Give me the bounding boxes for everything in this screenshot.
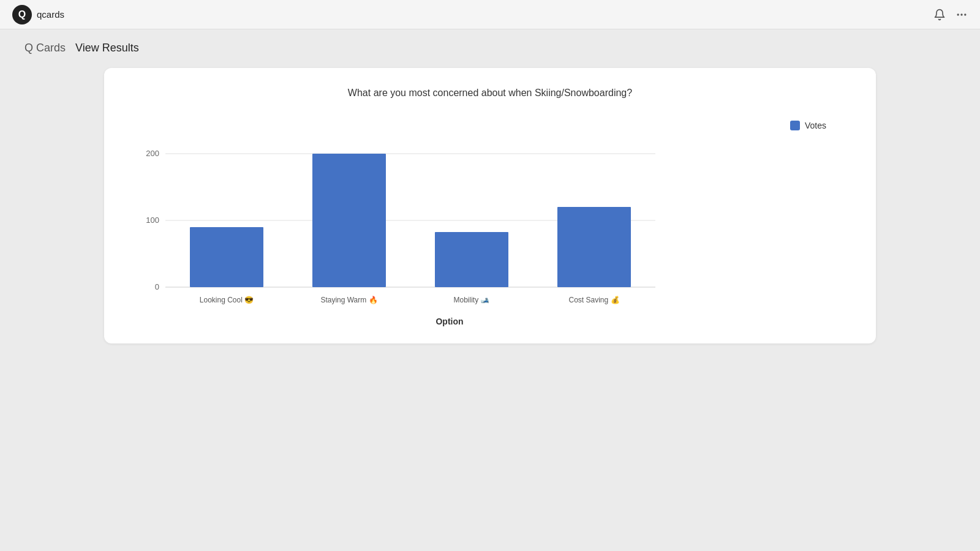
svg-point-1 — [957, 13, 959, 15]
topbar: Q qcards — [0, 0, 980, 29]
chart-area: 200 100 0 Looking Cool 😎 — [129, 116, 851, 326]
breadcrumb-parent[interactable]: Q Cards — [24, 42, 66, 54]
bar-chart-svg: 200 100 0 Looking Cool 😎 — [129, 116, 680, 312]
svg-text:0: 0 — [155, 282, 159, 291]
bar-staying-warm — [312, 154, 386, 287]
svg-text:100: 100 — [146, 216, 159, 225]
x-axis-label: Option — [129, 317, 771, 326]
x-label-staying-warm: Staying Warm 🔥 — [320, 295, 377, 304]
svg-point-2 — [960, 13, 962, 15]
chart-legend: Votes — [790, 116, 851, 130]
app-logo: Q — [12, 5, 32, 24]
bar-looking-cool — [190, 227, 263, 287]
legend-swatch-votes — [790, 121, 800, 130]
bar-mobility — [435, 232, 508, 287]
legend-item-votes: Votes — [790, 121, 851, 130]
chart-title: What are you most concerned about when S… — [129, 88, 851, 99]
notification-button[interactable] — [933, 9, 946, 21]
breadcrumb: Q Cards View Results — [0, 29, 980, 62]
svg-point-3 — [964, 13, 966, 15]
app-name: qcards — [37, 9, 64, 20]
x-label-cost-saving: Cost Saving 💰 — [568, 295, 619, 304]
chart-main: 200 100 0 Looking Cool 😎 — [129, 116, 771, 326]
x-label-mobility: Mobility 🎿 — [453, 295, 489, 304]
legend-label-votes: Votes — [805, 121, 826, 130]
topbar-left: Q qcards — [12, 5, 64, 24]
breadcrumb-current: View Results — [75, 42, 139, 54]
chart-card: What are you most concerned about when S… — [104, 68, 876, 343]
x-label-looking-cool: Looking Cool 😎 — [200, 295, 254, 304]
svg-text:200: 200 — [146, 149, 159, 158]
main-content: What are you most concerned about when S… — [0, 62, 980, 368]
more-icon — [956, 9, 968, 21]
bar-cost-saving — [557, 207, 631, 287]
more-options-button[interactable] — [956, 9, 968, 21]
topbar-right — [933, 9, 968, 21]
notification-icon — [933, 9, 946, 21]
